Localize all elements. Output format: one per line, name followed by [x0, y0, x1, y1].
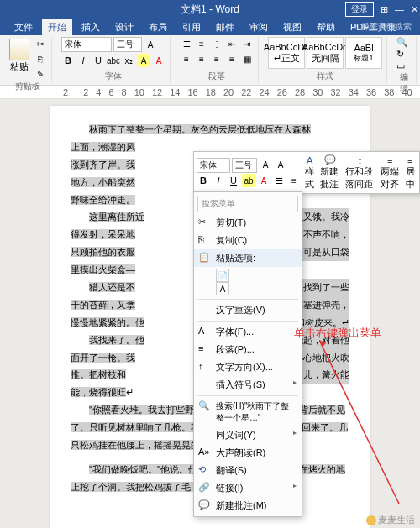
close-icon[interactable]: ✕: [411, 4, 418, 15]
tab-home[interactable]: 开始: [42, 19, 72, 35]
login-button[interactable]: 登录: [345, 2, 374, 17]
mini-newcomment-button[interactable]: 💬新建批注: [318, 154, 341, 191]
scissors-icon: ✂: [198, 217, 210, 228]
mini-bold-icon[interactable]: B: [197, 174, 210, 187]
font-name-select[interactable]: 宋体: [61, 37, 112, 52]
watermark: 麦麦生活: [366, 514, 415, 526]
mini-justify-button[interactable]: ≡两端对齐: [379, 155, 402, 191]
ctx-text-direction[interactable]: ↕文字方向(X)...: [194, 358, 302, 376]
tab-view[interactable]: 视图: [277, 19, 307, 35]
minimize-icon[interactable]: —: [395, 4, 404, 14]
link-icon: 🔗: [198, 482, 210, 494]
bold-icon[interactable]: B: [61, 54, 75, 67]
tab-file[interactable]: 文件: [8, 19, 39, 35]
style-nospacing[interactable]: AaBbCcDd无间隔: [307, 37, 344, 69]
ctx-hanzi[interactable]: 汉字重选(V): [194, 301, 302, 319]
mini-linespacing-button[interactable]: ↕行和段落间距: [344, 155, 375, 191]
weibo-icon: [366, 515, 376, 525]
ribbon: 粘贴 ✂ ⎘ ✎ 剪贴板 宋体 三号 A B I U abc x₂ A: [0, 35, 420, 86]
mini-numbering-icon[interactable]: ≡: [287, 174, 301, 187]
ctx-insert-symbol[interactable]: 插入符号(S)▸: [194, 376, 302, 394]
clipboard-group: 粘贴 ✂ ⎘ ✎ 剪贴板: [3, 37, 52, 83]
select-icon[interactable]: ▭: [396, 60, 412, 71]
mini-grow-icon[interactable]: A: [259, 158, 272, 171]
mini-bullets-icon[interactable]: ☰: [272, 174, 286, 187]
replace-icon[interactable]: ↻: [396, 49, 412, 60]
mini-shrink-icon[interactable]: A: [274, 158, 287, 171]
align-right-icon[interactable]: ≡: [210, 52, 223, 65]
ctx-paste-options[interactable]: 📋粘贴选项:: [194, 249, 302, 267]
copy-icon[interactable]: ⎘: [34, 52, 47, 65]
context-menu: 搜索菜单 ✂剪切(T) ⎘复制(C) 📋粘贴选项: 📄 A 汉字重选(V) A字…: [193, 191, 302, 517]
tab-help[interactable]: 帮助: [311, 19, 341, 35]
ctx-readaloud[interactable]: A»大声朗读(R): [194, 444, 302, 462]
numbering-icon[interactable]: ≡: [195, 37, 208, 50]
mini-center-button[interactable]: ≡居中: [404, 155, 417, 191]
ctx-search-web[interactable]: 🔍搜索(H)"秋雨下了整整一个星…": [194, 398, 302, 426]
ctx-copy[interactable]: ⎘复制(C): [194, 232, 302, 249]
font-size-select[interactable]: 三号: [113, 37, 142, 52]
tab-references[interactable]: 引用: [176, 19, 207, 35]
copy-icon: ⎘: [198, 234, 210, 246]
annotation-arrow: [319, 340, 403, 508]
subscript-icon[interactable]: x₂: [122, 54, 135, 67]
ctx-search-input[interactable]: 搜索菜单: [197, 196, 298, 212]
format-painter-icon[interactable]: ✎: [34, 67, 47, 81]
underline-icon[interactable]: U: [92, 54, 105, 67]
tab-layout[interactable]: 布局: [143, 19, 173, 35]
italic-icon[interactable]: I: [76, 54, 90, 67]
window-help-icon[interactable]: ⊞: [381, 4, 388, 15]
tell-me-search[interactable]: ♀ 操作说明搜索: [353, 21, 412, 33]
mini-toolbar: 宋体 三号 A A B I U ab A ☰ ≡ A样式 💬新建批注 ↕行和段落…: [193, 151, 420, 194]
grow-font-icon[interactable]: A: [144, 38, 157, 51]
mini-fontcolor-icon[interactable]: A: [257, 174, 270, 187]
font-color-icon[interactable]: A: [152, 54, 165, 67]
ctx-synonym[interactable]: 同义词(Y)▸: [194, 426, 302, 444]
highlight-icon[interactable]: A: [137, 54, 150, 67]
ctx-cut[interactable]: ✂剪切(T): [194, 214, 302, 232]
align-left-icon[interactable]: ≡: [180, 52, 193, 65]
indent-right-icon[interactable]: ⇥: [240, 37, 254, 50]
paragraph-icon: ≡: [198, 343, 210, 355]
bullets-icon[interactable]: ☰: [180, 37, 193, 50]
mini-highlight-icon[interactable]: ab: [242, 174, 255, 187]
justify-icon[interactable]: ≡: [225, 52, 239, 65]
strikethrough-icon[interactable]: abc: [107, 54, 120, 67]
tab-insert[interactable]: 插入: [76, 19, 106, 35]
font-group: 宋体 三号 A B I U abc x₂ A A 字体: [57, 37, 171, 83]
shading-icon[interactable]: ▦: [240, 52, 254, 65]
ruler[interactable]: 2246810121416182022242628303234363840424…: [0, 86, 420, 99]
ctx-font[interactable]: A字体(F)...: [194, 323, 302, 341]
multilevel-icon[interactable]: ⋮: [210, 37, 223, 50]
paste-keep-formatting-icon[interactable]: 📄: [216, 269, 229, 282]
font-icon: A: [198, 326, 210, 337]
ribbon-tabs: 文件 开始 插入 设计 布局 引用 邮件 审阅 视图 帮助 PDF工具集 ♀ 操…: [0, 18, 420, 35]
ctx-new-comment[interactable]: 💬新建批注(M): [194, 497, 302, 515]
title-bar: 文档1 - Word 登录 ⊞ — ✕: [0, 0, 420, 18]
paste-icon: 📋: [198, 252, 210, 264]
clipboard-icon: [9, 39, 29, 60]
paste-button[interactable]: 粘贴: [8, 37, 31, 75]
tab-design[interactable]: 设计: [109, 19, 139, 35]
mini-font-select[interactable]: 宋体: [197, 158, 230, 173]
style-normal[interactable]: AaBbCcDd↵正文: [268, 37, 305, 69]
mini-style-button[interactable]: A样式: [303, 155, 316, 191]
find-icon[interactable]: 🔍: [396, 37, 412, 48]
ctx-translate[interactable]: ⟲翻译(S): [194, 462, 302, 479]
mini-size-select[interactable]: 三号: [232, 158, 257, 173]
style-gallery[interactable]: AaBbCcDd↵正文 AaBbCcDd无间隔 AaBl标题1: [268, 37, 382, 69]
annotation-text: 单击右键弹出菜单: [294, 326, 381, 341]
style-heading1[interactable]: AaBl标题1: [345, 37, 382, 69]
paragraph-group: ☰ ≡ ⋮ ⇤ ⇥ ≡ ≡ ≡ ≡ ▦ 段落: [176, 37, 259, 83]
indent-left-icon[interactable]: ⇤: [225, 37, 239, 50]
paste-text-only-icon[interactable]: A: [216, 282, 229, 295]
ctx-link[interactable]: 🔗链接(I)▸: [194, 479, 302, 497]
translate-icon: ⟲: [198, 464, 210, 476]
ctx-paragraph[interactable]: ≡段落(P)...: [194, 341, 302, 358]
tab-review[interactable]: 审阅: [244, 19, 274, 35]
mini-underline-icon[interactable]: U: [227, 174, 240, 187]
cut-icon[interactable]: ✂: [34, 37, 47, 50]
align-center-icon[interactable]: ≡: [195, 52, 208, 65]
tab-mailings[interactable]: 邮件: [210, 19, 240, 35]
mini-italic-icon[interactable]: I: [212, 174, 225, 187]
